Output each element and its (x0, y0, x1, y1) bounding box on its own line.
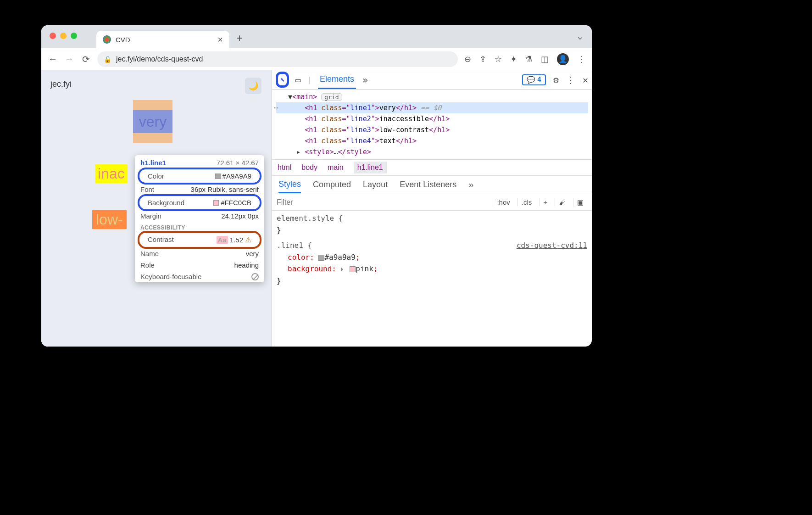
tooltip-name-label: Name (140, 250, 159, 258)
dom-h1-line2[interactable]: <h1 class="line2">inaccessible</h1> (276, 113, 588, 124)
tab-styles[interactable]: Styles (278, 177, 301, 193)
hov-toggle[interactable]: :hov (493, 198, 513, 206)
filter-input[interactable] (277, 198, 489, 207)
sample-very-text: very (133, 110, 172, 133)
tooltip-color-value: #A9A9A9 (222, 172, 251, 180)
zoom-out-icon[interactable]: ⊖ (464, 54, 471, 64)
device-toggle-icon[interactable]: ▭ (295, 74, 301, 85)
new-rule-icon[interactable]: + (539, 198, 551, 206)
grid-badge[interactable]: grid (321, 93, 342, 101)
tooltip-name-value: very (246, 250, 259, 258)
bg-swatch-css[interactable] (350, 266, 356, 272)
toolbar-right: ⊖ ⇪ ☆ ✦ ⚗ ◫ 👤 ⋮ (464, 53, 585, 65)
tab-list-chevron-icon[interactable]: ⌵ (578, 32, 583, 42)
close-window[interactable] (50, 33, 56, 39)
dom-tree[interactable]: ▼<main> grid <h1 class="line1">very</h1>… (272, 90, 592, 159)
style-tabs: Styles Computed Layout Event Listeners » (272, 176, 592, 194)
tab-computed[interactable]: Computed (313, 177, 351, 192)
address-bar[interactable]: 🔒 jec.fyi/demo/cds-quest-cvd (97, 51, 458, 67)
tooltip-selector: h1.line1 (140, 159, 166, 167)
extensions-icon[interactable]: ✦ (510, 54, 517, 64)
share-icon[interactable]: ⇪ (479, 54, 486, 64)
source-link[interactable]: cds-quest-cvd:11 (517, 240, 587, 252)
tooltip-contrast-value: 1.52 (230, 236, 243, 244)
titlebar: CVD × + ⌵ (41, 25, 592, 48)
sample-very[interactable]: very (133, 100, 172, 143)
close-brace: } (277, 224, 587, 236)
page-title: jec.fyi (50, 79, 262, 89)
profile-avatar[interactable]: 👤 (557, 53, 569, 65)
more-style-tabs-icon[interactable]: » (468, 179, 473, 190)
devtools-tabs: ⬉ ▭ | Elements » 💬 4 ⚙ ⋮ ✕ (272, 70, 592, 90)
filter-bar: :hov .cls + 🖌 ▣ (272, 194, 592, 211)
minimize-window[interactable] (60, 33, 67, 39)
close-devtools-icon[interactable]: ✕ (583, 74, 588, 85)
lock-icon[interactable]: 🔒 (104, 56, 111, 63)
console-messages-badge[interactable]: 💬 4 (522, 74, 546, 85)
dom-h1-line3[interactable]: <h1 class="line3">low-contrast</h1> (276, 124, 588, 135)
styles-pane[interactable]: element.style { } .line1 {cds-quest-cvd:… (272, 211, 592, 289)
sidepanel-icon[interactable]: ◫ (541, 54, 549, 64)
cls-toggle[interactable]: .cls (517, 198, 536, 206)
browser-window: CVD × + ⌵ ← → ⟳ 🔒 jec.fyi/demo/cds-quest… (41, 25, 592, 347)
tooltip-dimensions: 72.61 × 42.67 (217, 159, 259, 167)
bg-swatch (213, 200, 219, 206)
tab-layout[interactable]: Layout (363, 177, 388, 192)
expand-shorthand-icon[interactable] (341, 267, 345, 272)
labs-icon[interactable]: ⚗ (525, 54, 533, 64)
more-tabs-icon[interactable]: » (362, 74, 368, 85)
inspect-element-button[interactable]: ⬉ (276, 72, 289, 88)
toolbar: ← → ⟳ 🔒 jec.fyi/demo/cds-quest-cvd ⊖ ⇪ ☆… (41, 48, 592, 70)
bookmark-icon[interactable]: ☆ (495, 54, 502, 64)
favicon (103, 35, 111, 44)
bc-html[interactable]: html (278, 163, 291, 172)
maximize-window[interactable] (71, 33, 77, 39)
contrast-aa-badge: Aa (217, 236, 228, 244)
new-tab-button[interactable]: + (236, 32, 243, 45)
breadcrumbs: html body main h1.line1 (272, 159, 592, 176)
tooltip-margin-value: 24.12px 0px (221, 212, 259, 220)
element-style-selector: element.style { (277, 214, 343, 223)
bc-body[interactable]: body (301, 163, 317, 172)
tooltip-color-label: Color (148, 172, 164, 180)
close-tab-icon[interactable]: × (217, 34, 223, 45)
computed-sidebar-icon[interactable]: ▣ (573, 198, 587, 207)
browser-tab[interactable]: CVD × (96, 31, 229, 48)
tab-elements[interactable]: Elements (318, 71, 356, 89)
devtools-menu-icon[interactable]: ⋮ (566, 74, 575, 85)
settings-gear-icon[interactable]: ⚙ (553, 74, 559, 85)
bc-h1[interactable]: h1.line1 (354, 162, 387, 174)
forward-button: → (64, 54, 74, 64)
tooltip-contrast-label: Contrast (148, 235, 174, 244)
menu-icon[interactable]: ⋮ (577, 54, 585, 64)
color-swatch (215, 174, 221, 179)
warning-icon: ⚠ (245, 235, 251, 244)
tooltip-a11y-header: ACCESSIBILITY (135, 222, 264, 232)
dark-mode-toggle[interactable]: 🌙 (245, 78, 261, 94)
tooltip-kb-label: Keyboard-focusable (140, 273, 201, 280)
not-focusable-icon (251, 273, 259, 280)
tab-title: CVD (116, 36, 130, 44)
dom-h1-line1[interactable]: <h1 class="line1">very</h1> == $0 (276, 102, 588, 113)
sample-low-contrast[interactable]: low- (92, 210, 127, 229)
sample-inaccessible[interactable]: inac (95, 164, 128, 183)
reload-button[interactable]: ⟳ (81, 54, 91, 64)
dom-main[interactable]: ▼<main> grid (276, 91, 588, 102)
color-swatch-css[interactable] (318, 255, 324, 261)
url-text: jec.fyi/demo/cds-quest-cvd (116, 55, 203, 63)
dom-style[interactable]: ▸ <style>…</style> (276, 146, 588, 157)
paint-icon[interactable]: 🖌 (555, 198, 569, 206)
dom-h1-line4[interactable]: <h1 class="line4">text</h1> (276, 135, 588, 146)
tooltip-font-value: 36px Rubik, sans-serif (191, 185, 259, 193)
element-tooltip: h1.line1 72.61 × 42.67 Color #A9A9A9 Fon… (135, 155, 264, 282)
tooltip-role-value: heading (234, 261, 259, 269)
back-button[interactable]: ← (48, 54, 58, 64)
close-brace-2: } (277, 275, 587, 287)
line1-selector: .line1 { (277, 241, 312, 250)
tab-event-listeners[interactable]: Event Listeners (400, 177, 456, 192)
tooltip-bg-value: #FFC0CB (221, 199, 251, 207)
tooltip-bg-label: Background (148, 199, 184, 207)
tooltip-role-label: Role (140, 261, 155, 269)
rendered-page: jec.fyi 🌙 very inac low- h1.line1 72.61 … (41, 70, 272, 347)
bc-main[interactable]: main (328, 163, 344, 172)
